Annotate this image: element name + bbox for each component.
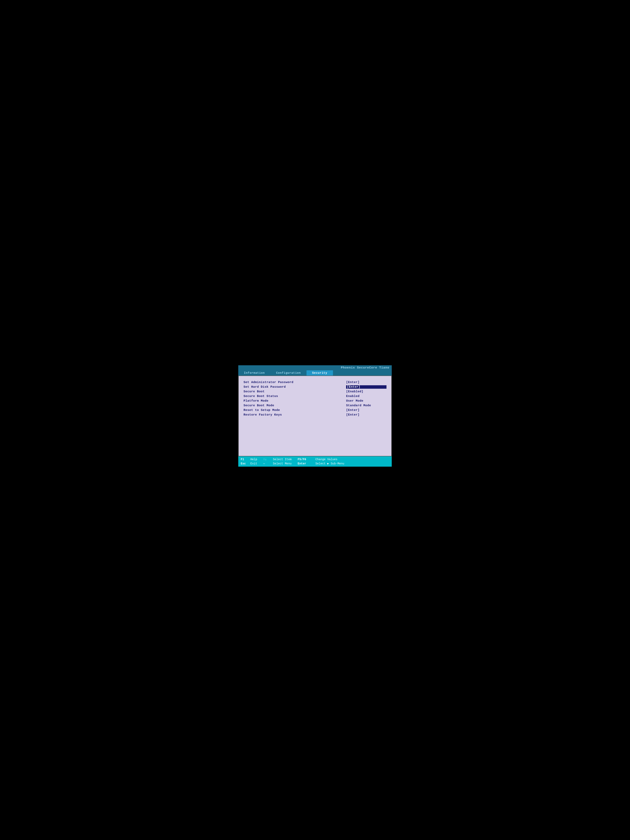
menu-label-1: Set Hard Disk Password [243, 385, 304, 389]
menu-label-0: Set Administrator Password [243, 381, 304, 384]
key-f1: F1 [241, 458, 249, 461]
status-row: F1 Help ↑↓ Select Item F5/F6 Change Valu… [241, 457, 389, 466]
menu-table: Set Administrator Password [Enter] Set H… [243, 380, 387, 417]
menu-label-5: Secure Boot Mode [243, 404, 304, 407]
desc-enter: Select ▶ Sub-Menu [316, 462, 344, 465]
menu-row-4[interactable]: Platform Mode User Mode [243, 399, 387, 403]
menu-label-7: Restore Factory Keys [243, 413, 304, 417]
menu-row-6[interactable]: Reset to Setup Mode [Enter] [243, 408, 387, 412]
status-line-1: F1 Help ↑↓ Select Item F5/F6 Change Valu… [241, 457, 389, 461]
menu-value-4: User Mode [346, 399, 387, 403]
menu-value-3: Enabled [346, 395, 387, 398]
tab-information[interactable]: Information [238, 370, 270, 376]
menu-label-3: Secure Boot Status [243, 395, 304, 398]
key-f5f6: F5/F6 [298, 458, 314, 461]
menu-value-2: [Enabled] [346, 390, 387, 393]
menu-value-5: Standard Mode [346, 404, 387, 407]
menu-value-7: [Enter] [346, 413, 387, 417]
status-group-enter: Enter Select ▶ Sub-Menu [298, 462, 344, 465]
status-group-esc: Esc Exit [241, 462, 257, 465]
desc-lr: Select Menu [273, 462, 292, 465]
menu-row-1[interactable]: Set Hard Disk Password [Enter] [243, 385, 387, 389]
menu-row-0[interactable]: Set Administrator Password [Enter] [243, 380, 387, 385]
title-bar: Phoenix SecureCore Tiano [238, 365, 392, 370]
key-enter: Enter [298, 462, 314, 465]
menu-label-4: Platform Mode [243, 399, 304, 403]
main-content: Set Administrator Password [Enter] Set H… [238, 376, 392, 456]
nav-tabs: Information Configuration Security [238, 370, 392, 376]
tab-security[interactable]: Security [306, 370, 333, 376]
tab-configuration[interactable]: Configuration [270, 370, 306, 376]
menu-row-5[interactable]: Secure Boot Mode Standard Mode [243, 403, 387, 408]
menu-value-6: [Enter] [346, 409, 387, 412]
menu-label-6: Reset to Setup Mode [243, 409, 304, 412]
screen-wrapper: Phoenix SecureCore Tiano Information Con… [236, 361, 394, 479]
desc-esc: Exit [250, 462, 257, 465]
key-arrows: ↑↓ [263, 458, 272, 461]
bios-container: Phoenix SecureCore Tiano Information Con… [238, 365, 392, 467]
menu-value-0: [Enter] [346, 381, 387, 384]
bios-title: Phoenix SecureCore Tiano [341, 366, 389, 369]
menu-value-1: [Enter] [346, 385, 387, 389]
status-bar: F1 Help ↑↓ Select Item F5/F6 Change Valu… [238, 456, 392, 467]
status-group-lr: ↔ Select Menu [263, 462, 292, 465]
status-group-arrows: ↑↓ Select Item [263, 458, 292, 461]
desc-arrows: Select Item [273, 458, 292, 461]
menu-label-2: Secure Boot [243, 390, 304, 393]
key-lr: ↔ [263, 462, 272, 465]
menu-row-2[interactable]: Secure Boot [Enabled] [243, 389, 387, 394]
menu-row-3[interactable]: Secure Boot Status Enabled [243, 394, 387, 399]
status-line-2: Esc Exit ↔ Select Menu Enter Select ▶ Su… [241, 461, 389, 466]
desc-f5f6: Change Values [316, 458, 338, 461]
status-group-f1: F1 Help [241, 458, 257, 461]
desc-f1: Help [250, 458, 257, 461]
status-group-f5f6: F5/F6 Change Values [298, 458, 338, 461]
menu-row-7[interactable]: Restore Factory Keys [Enter] [243, 412, 387, 417]
key-esc: Esc [241, 462, 249, 465]
